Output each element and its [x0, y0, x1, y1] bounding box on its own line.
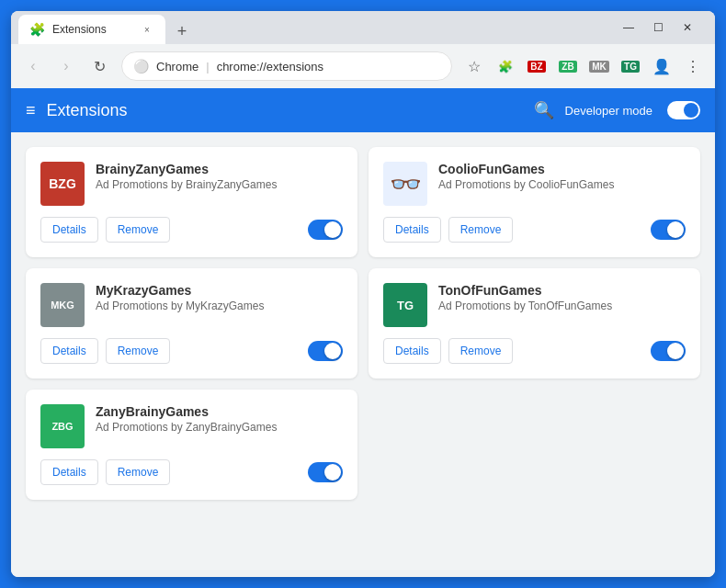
toolbar-right: ☆ 🧩 BZ ZB MK TG 👤 ⋮	[459, 51, 708, 81]
extension-info: ZanyBrainyGames Ad Promotions by ZanyBra…	[96, 404, 343, 434]
extension-info: CoolioFunGames Ad Promotions by CoolioFu…	[438, 162, 686, 191]
card-header: TG TonOfFunGames Ad Promotions by TonOfF…	[383, 283, 686, 327]
hamburger-menu-icon[interactable]: ≡	[26, 101, 36, 120]
account-button[interactable]: 👤	[647, 51, 676, 81]
extension-description: Ad Promotions by CoolioFunGames	[438, 178, 686, 191]
extension-toggle[interactable]	[651, 220, 686, 240]
extension-logo-zbg: ZBG	[40, 404, 85, 448]
remove-button[interactable]: Remove	[448, 338, 514, 364]
ext-icon-1[interactable]: 🧩	[491, 51, 520, 81]
forward-button[interactable]: ›	[51, 51, 81, 81]
extensions-page-title: Extensions	[47, 101, 523, 120]
extension-name: BrainyZanyGames	[96, 162, 343, 176]
ext-icon-4[interactable]: MK	[584, 51, 614, 81]
extension-info: BrainyZanyGames Ad Promotions by BrainyZ…	[96, 162, 343, 191]
extensions-list: BZG BrainyZanyGames Ad Promotions by Bra…	[11, 132, 715, 577]
remove-button[interactable]: Remove	[106, 459, 171, 485]
extension-name: CoolioFunGames	[438, 162, 686, 176]
extension-toggle[interactable]	[308, 220, 343, 240]
extension-logo-coolio: 👓	[383, 162, 427, 206]
extension-info: TonOfFunGames Ad Promotions by TonOfFunG…	[438, 283, 686, 312]
active-tab[interactable]: 🧩 Extensions ×	[18, 15, 165, 44]
card-header: BZG BrainyZanyGames Ad Promotions by Bra…	[40, 162, 343, 206]
reload-button[interactable]: ↻	[85, 51, 114, 81]
url-chrome-icon: ⚪	[133, 59, 149, 74]
details-button[interactable]: Details	[383, 338, 441, 364]
extension-card-brainy-zany-games: BZG BrainyZanyGames Ad Promotions by Bra…	[26, 147, 357, 257]
extension-description: Ad Promotions by BrainyZanyGames	[96, 178, 343, 191]
bookmark-button[interactable]: ☆	[459, 51, 489, 81]
chrome-menu-button[interactable]: ⋮	[678, 51, 708, 81]
close-button[interactable]: ✕	[675, 15, 700, 40]
new-tab-button[interactable]: +	[169, 18, 195, 44]
url-bar[interactable]: ⚪ Chrome | chrome://extensions	[121, 51, 452, 81]
remove-button[interactable]: Remove	[448, 217, 514, 243]
tab-bar: 🧩 Extensions × +	[18, 11, 616, 44]
card-footer: Details Remove	[40, 217, 343, 243]
extensions-header: ≡ Extensions 🔍 Developer mode	[11, 88, 715, 132]
extensions-page: ≡ Extensions 🔍 Developer mode BZG Brainy…	[11, 88, 715, 577]
card-header: ZBG ZanyBrainyGames Ad Promotions by Zan…	[40, 404, 343, 448]
details-button[interactable]: Details	[40, 217, 98, 243]
extension-description: Ad Promotions by MyKrazyGames	[96, 300, 343, 312]
extension-card-zany-brainy-games: ZBG ZanyBrainyGames Ad Promotions by Zan…	[26, 390, 357, 500]
extension-toggle[interactable]	[651, 341, 686, 361]
title-bar: 🧩 Extensions × + — ☐ ✕	[11, 11, 715, 44]
extension-card-ton-of-fun-games: TG TonOfFunGames Ad Promotions by TonOfF…	[369, 268, 700, 379]
tab-extensions-icon: 🧩	[29, 22, 45, 37]
tab-close-button[interactable]: ×	[140, 22, 154, 37]
card-header: MKG MyKrazyGames Ad Promotions by MyKraz…	[40, 283, 343, 327]
url-path: chrome://extensions	[217, 60, 323, 74]
remove-button[interactable]: Remove	[106, 338, 171, 364]
window-controls: — ☐ ✕	[616, 15, 700, 40]
details-button[interactable]: Details	[40, 459, 98, 485]
maximize-button[interactable]: ☐	[645, 15, 671, 40]
extension-card-my-krazy-games: MKG MyKrazyGames Ad Promotions by MyKraz…	[26, 268, 357, 379]
address-bar: ‹ › ↻ ⚪ Chrome | chrome://extensions ☆ 🧩…	[11, 44, 715, 88]
extension-toggle[interactable]	[308, 462, 343, 482]
card-header: 👓 CoolioFunGames Ad Promotions by Coolio…	[383, 162, 686, 206]
ext-icon-3[interactable]: ZB	[553, 51, 583, 81]
url-separator: |	[206, 60, 209, 74]
minimize-button[interactable]: —	[616, 15, 641, 40]
extension-logo-tg: TG	[383, 283, 427, 327]
extension-name: TonOfFunGames	[438, 283, 686, 298]
card-footer: Details Remove	[40, 459, 343, 485]
extension-info: MyKrazyGames Ad Promotions by MyKrazyGam…	[96, 283, 343, 312]
browser-window: 🧩 Extensions × + — ☐ ✕ ‹ › ↻ ⚪ Chrome | …	[11, 11, 715, 577]
card-footer: Details Remove	[383, 217, 686, 243]
url-provider: Chrome	[156, 60, 199, 74]
extension-description: Ad Promotions by ZanyBrainyGames	[96, 421, 343, 434]
extension-logo-mkz: MKG	[40, 283, 85, 327]
details-button[interactable]: Details	[383, 217, 441, 243]
extension-name: MyKrazyGames	[96, 283, 343, 298]
dev-mode-label: Developer mode	[565, 104, 652, 118]
extension-name: ZanyBrainyGames	[96, 404, 343, 419]
card-footer: Details Remove	[383, 338, 686, 364]
extension-logo-bzg: BZG	[40, 162, 85, 206]
details-button[interactable]: Details	[40, 338, 98, 364]
tab-title: Extensions	[52, 23, 107, 36]
extension-card-coolio-fun-games: 👓 CoolioFunGames Ad Promotions by Coolio…	[369, 147, 700, 257]
card-footer: Details Remove	[40, 338, 343, 364]
extensions-search-icon[interactable]: 🔍	[534, 100, 554, 120]
extension-description: Ad Promotions by TonOfFunGames	[438, 300, 686, 312]
ext-icon-5[interactable]: TG	[616, 51, 645, 81]
dev-mode-toggle[interactable]	[667, 101, 700, 119]
ext-icon-2[interactable]: BZ	[522, 51, 551, 81]
remove-button[interactable]: Remove	[106, 217, 171, 243]
extension-toggle[interactable]	[308, 341, 343, 361]
back-button[interactable]: ‹	[18, 51, 48, 81]
